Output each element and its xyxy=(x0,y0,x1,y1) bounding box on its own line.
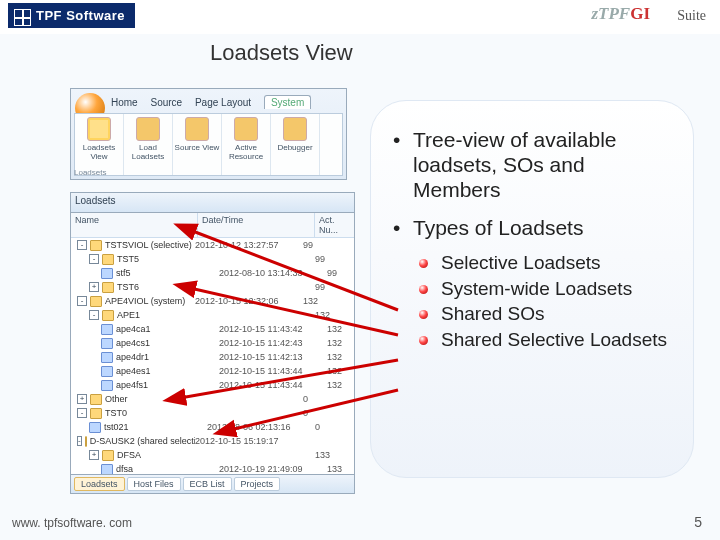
table-row[interactable]: -TSTSVIOL (selective)2012-10-12 13:27:57… xyxy=(71,238,354,252)
table-row[interactable]: +TST699 xyxy=(71,280,354,294)
bullet-sub-list: Selective Loadsets System-wide Loadsets … xyxy=(419,252,671,352)
so-file-icon xyxy=(101,366,113,377)
footer-url: www. tpfsoftware. com xyxy=(12,516,132,530)
tpf-software-logo: TPF Software xyxy=(8,3,135,28)
row-datetime: 2012-08-10 13:14:33 xyxy=(219,268,327,278)
table-row[interactable]: ape4fs12012-10-15 11:43:44132 xyxy=(71,378,354,392)
panel-tab-loadsets[interactable]: Loadsets xyxy=(74,477,125,491)
suite-label: Suite xyxy=(677,8,706,24)
row-actnum: 132 xyxy=(327,366,354,376)
panel-tab[interactable]: Projects xyxy=(234,477,281,491)
row-actnum: 0 xyxy=(303,394,354,404)
tree-twist-icon[interactable]: - xyxy=(77,240,87,250)
row-actnum: 132 xyxy=(327,324,354,334)
ribbon-screenshot: Home Source Page Layout System Loadsets … xyxy=(70,88,347,180)
ribbon-tab[interactable]: Home xyxy=(111,97,138,108)
tree-twist-icon[interactable]: + xyxy=(89,282,99,292)
row-name: ape4fs1 xyxy=(116,380,148,390)
row-datetime: 2012-10-15 11:42:43 xyxy=(219,338,327,348)
table-row[interactable]: -TST599 xyxy=(71,252,354,266)
folder-icon xyxy=(90,296,102,307)
row-name: TST0 xyxy=(105,408,127,418)
row-name: APE1 xyxy=(117,310,140,320)
ribbon-button[interactable]: Active Resource xyxy=(222,114,271,175)
tree-rows: -TSTSVIOL (selective)2012-10-12 13:27:57… xyxy=(71,238,354,476)
so-file-icon xyxy=(101,324,113,335)
ribbon-button-label: Debugger xyxy=(277,143,312,152)
tree-twist-icon[interactable]: - xyxy=(77,436,82,446)
ribbon-tabs: Home Source Page Layout System xyxy=(111,95,342,111)
folder-icon xyxy=(102,254,114,265)
row-datetime: 2012-10-15 15:19:17 xyxy=(195,436,303,446)
ribbon-tab-selected[interactable]: System xyxy=(264,95,311,109)
table-row[interactable]: stf52012-08-10 13:14:3399 xyxy=(71,266,354,280)
tree-twist-icon[interactable]: - xyxy=(89,254,99,264)
source-view-icon xyxy=(185,117,209,141)
row-name: D-SAUSK2 (shared selective) xyxy=(90,436,195,446)
panel-tab[interactable]: Host Files xyxy=(127,477,181,491)
row-actnum: 132 xyxy=(327,338,354,348)
ribbon-tab[interactable]: Source xyxy=(150,97,182,108)
tpfgi-prefix: zTPF xyxy=(591,4,630,23)
tree-twist-icon[interactable]: - xyxy=(89,310,99,320)
panel-column-headers: Name Date/Time Act. Nu... xyxy=(71,213,354,238)
col-date[interactable]: Date/Time xyxy=(197,213,314,237)
table-row[interactable]: ape4ca12012-10-15 11:43:42132 xyxy=(71,322,354,336)
so-file-icon xyxy=(101,352,113,363)
row-name: APE4VIOL (system) xyxy=(105,296,185,306)
ribbon-button-label: Loadsets View xyxy=(83,143,115,161)
row-actnum: 99 xyxy=(327,268,354,278)
ribbon-button[interactable]: Debugger xyxy=(271,114,320,175)
table-row[interactable]: ape4cs12012-10-15 11:42:43132 xyxy=(71,336,354,350)
so-file-icon xyxy=(101,338,113,349)
sub-selective: Selective Loadsets xyxy=(419,252,671,275)
table-row[interactable]: -APE4VIOL (system)2012-10-15 12:32:06132 xyxy=(71,294,354,308)
table-row[interactable]: -APE1132 xyxy=(71,308,354,322)
table-row[interactable]: +Other0 xyxy=(71,392,354,406)
row-name: ape4dr1 xyxy=(116,352,149,362)
row-actnum: 133 xyxy=(327,464,354,474)
table-row[interactable]: +DFSA133 xyxy=(71,448,354,462)
col-name[interactable]: Name xyxy=(71,213,197,237)
row-name: ape4ca1 xyxy=(116,324,151,334)
row-name: ape4es1 xyxy=(116,366,151,376)
table-row[interactable]: -D-SAUSK2 (shared selective)2012-10-15 1… xyxy=(71,434,354,448)
sub-systemwide: System-wide Loadsets xyxy=(419,278,671,301)
row-datetime: 2012-10-15 11:43:44 xyxy=(219,366,327,376)
tree-twist-icon[interactable]: + xyxy=(89,450,99,460)
row-name: TST6 xyxy=(117,282,139,292)
table-row[interactable]: ape4es12012-10-15 11:43:44132 xyxy=(71,364,354,378)
ribbon-group-label: Loadsets xyxy=(74,168,106,177)
ribbon-button[interactable]: Source View xyxy=(173,114,222,175)
row-datetime: 2012-10-15 11:43:42 xyxy=(219,324,327,334)
col-actnum[interactable]: Act. Nu... xyxy=(314,213,354,237)
row-name: dfsa xyxy=(116,464,133,474)
folder-icon xyxy=(85,436,87,447)
so-file-icon xyxy=(89,422,101,433)
table-row[interactable]: -TST00 xyxy=(71,406,354,420)
panel-tab[interactable]: ECB List xyxy=(183,477,232,491)
ribbon-button-loadsets-view[interactable]: Loadsets View xyxy=(75,114,124,175)
row-name: ape4cs1 xyxy=(116,338,150,348)
so-file-icon xyxy=(101,464,113,475)
ribbon-tab[interactable]: Page Layout xyxy=(195,97,251,108)
table-row[interactable]: ape4dr12012-10-15 11:42:13132 xyxy=(71,350,354,364)
ribbon-button[interactable]: Load Loadsets xyxy=(124,114,173,175)
table-row[interactable]: tst0212012-08-06 02:13:160 xyxy=(71,420,354,434)
tree-twist-icon[interactable]: - xyxy=(77,296,87,306)
tree-twist-icon[interactable]: + xyxy=(77,394,87,404)
row-actnum: 99 xyxy=(315,254,354,264)
ribbon-button-label: Active Resource xyxy=(229,143,263,161)
sub-shared-sos: Shared SOs xyxy=(419,303,671,326)
so-file-icon xyxy=(101,268,113,279)
debugger-icon xyxy=(283,117,307,141)
slide-header: TPF Software zTPFGI Suite xyxy=(0,0,720,34)
row-name: tst021 xyxy=(104,422,129,432)
sub-shared-selective: Shared Selective Loadsets xyxy=(419,329,671,352)
tree-twist-icon[interactable]: - xyxy=(77,408,87,418)
page-number: 5 xyxy=(694,514,702,530)
bullet-treeview: Tree-view of available loadsets, SOs and… xyxy=(393,127,671,203)
folder-icon xyxy=(102,450,114,461)
row-actnum: 132 xyxy=(327,380,354,390)
row-actnum: 0 xyxy=(303,408,354,418)
